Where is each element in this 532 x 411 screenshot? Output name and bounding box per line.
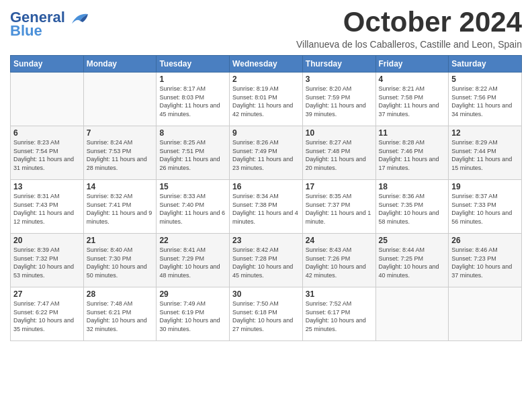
day-number: 26 bbox=[451, 236, 519, 245]
day-info: Sunrise: 8:28 AMSunset: 7:46 PMDaylight:… bbox=[379, 138, 446, 172]
day-number: 22 bbox=[159, 236, 226, 245]
calendar-cell: 16Sunrise: 8:34 AMSunset: 7:38 PMDayligh… bbox=[230, 180, 303, 234]
day-info: Sunrise: 8:44 AMSunset: 7:25 PMDaylight:… bbox=[379, 246, 446, 279]
calendar-cell: 27Sunrise: 7:47 AMSunset: 6:22 PMDayligh… bbox=[11, 287, 84, 341]
day-info: Sunrise: 7:47 AMSunset: 6:22 PMDaylight:… bbox=[13, 300, 81, 333]
calendar-header-row: Sunday Monday Tuesday Wednesday Thursday… bbox=[11, 56, 522, 73]
calendar-cell: 29Sunrise: 7:49 AMSunset: 6:19 PMDayligh… bbox=[157, 287, 230, 341]
header: General Blue October 2024 Villanueva de … bbox=[10, 7, 522, 50]
day-number: 2 bbox=[232, 75, 300, 84]
header-saturday: Saturday bbox=[449, 56, 522, 73]
calendar-cell: 7Sunrise: 8:24 AMSunset: 7:53 PMDaylight… bbox=[83, 126, 157, 180]
day-number: 6 bbox=[13, 128, 81, 138]
day-number: 5 bbox=[451, 75, 519, 84]
day-info: Sunrise: 8:17 AMSunset: 8:03 PMDaylight:… bbox=[159, 85, 226, 118]
day-info: Sunrise: 8:37 AMSunset: 7:33 PMDaylight:… bbox=[451, 192, 519, 226]
day-info: Sunrise: 8:23 AMSunset: 7:54 PMDaylight:… bbox=[13, 138, 81, 172]
calendar-cell: 19Sunrise: 8:37 AMSunset: 7:33 PMDayligh… bbox=[449, 180, 522, 234]
calendar-cell: 22Sunrise: 8:41 AMSunset: 7:29 PMDayligh… bbox=[157, 234, 230, 287]
calendar-week-2: 6Sunrise: 8:23 AMSunset: 7:54 PMDaylight… bbox=[11, 126, 522, 180]
day-number: 16 bbox=[232, 182, 300, 191]
day-number: 30 bbox=[232, 289, 300, 299]
calendar-cell: 31Sunrise: 7:52 AMSunset: 6:17 PMDayligh… bbox=[302, 287, 375, 341]
calendar-cell: 4Sunrise: 8:21 AMSunset: 7:58 PMDaylight… bbox=[375, 73, 449, 126]
header-friday: Friday bbox=[375, 56, 449, 73]
day-number: 7 bbox=[87, 128, 154, 138]
day-number: 28 bbox=[87, 289, 154, 299]
calendar-cell: 2Sunrise: 8:19 AMSunset: 8:01 PMDaylight… bbox=[230, 73, 303, 126]
day-info: Sunrise: 8:29 AMSunset: 7:44 PMDaylight:… bbox=[451, 138, 519, 172]
calendar-week-4: 20Sunrise: 8:39 AMSunset: 7:32 PMDayligh… bbox=[11, 234, 522, 287]
day-info: Sunrise: 8:25 AMSunset: 7:51 PMDaylight:… bbox=[159, 138, 226, 172]
day-info: Sunrise: 7:48 AMSunset: 6:21 PMDaylight:… bbox=[87, 300, 154, 333]
day-info: Sunrise: 8:24 AMSunset: 7:53 PMDaylight:… bbox=[87, 138, 154, 172]
calendar-cell: 1Sunrise: 8:17 AMSunset: 8:03 PMDaylight… bbox=[157, 73, 230, 126]
calendar-cell: 23Sunrise: 8:42 AMSunset: 7:28 PMDayligh… bbox=[230, 234, 303, 287]
day-info: Sunrise: 8:46 AMSunset: 7:23 PMDaylight:… bbox=[451, 246, 519, 279]
calendar-cell: 6Sunrise: 8:23 AMSunset: 7:54 PMDaylight… bbox=[11, 126, 84, 180]
calendar-cell: 5Sunrise: 8:22 AMSunset: 7:56 PMDaylight… bbox=[449, 73, 522, 126]
day-info: Sunrise: 8:35 AMSunset: 7:37 PMDaylight:… bbox=[306, 192, 373, 226]
day-info: Sunrise: 8:21 AMSunset: 7:58 PMDaylight:… bbox=[379, 85, 446, 118]
day-number: 17 bbox=[306, 182, 373, 191]
calendar-cell: 25Sunrise: 8:44 AMSunset: 7:25 PMDayligh… bbox=[375, 234, 449, 287]
day-number: 1 bbox=[159, 75, 226, 84]
calendar-cell: 14Sunrise: 8:32 AMSunset: 7:41 PMDayligh… bbox=[83, 180, 157, 234]
month-title: October 2024 bbox=[296, 7, 522, 38]
day-info: Sunrise: 7:50 AMSunset: 6:18 PMDaylight:… bbox=[232, 300, 300, 333]
day-info: Sunrise: 8:27 AMSunset: 7:48 PMDaylight:… bbox=[306, 138, 373, 172]
day-number: 24 bbox=[306, 236, 373, 245]
header-thursday: Thursday bbox=[302, 56, 375, 73]
day-info: Sunrise: 8:19 AMSunset: 8:01 PMDaylight:… bbox=[232, 85, 300, 118]
day-info: Sunrise: 7:52 AMSunset: 6:17 PMDaylight:… bbox=[306, 300, 373, 333]
day-number: 31 bbox=[306, 289, 373, 299]
day-number: 8 bbox=[159, 128, 226, 138]
day-info: Sunrise: 7:49 AMSunset: 6:19 PMDaylight:… bbox=[159, 300, 226, 333]
day-number: 14 bbox=[87, 182, 154, 191]
day-number: 27 bbox=[13, 289, 81, 299]
calendar-table: Sunday Monday Tuesday Wednesday Thursday… bbox=[10, 55, 522, 341]
title-block: October 2024 Villanueva de los Caballero… bbox=[296, 7, 522, 50]
day-info: Sunrise: 8:31 AMSunset: 7:43 PMDaylight:… bbox=[13, 192, 81, 226]
day-info: Sunrise: 8:39 AMSunset: 7:32 PMDaylight:… bbox=[13, 246, 81, 279]
calendar-cell bbox=[375, 287, 449, 341]
day-number: 20 bbox=[13, 236, 81, 245]
calendar-cell: 12Sunrise: 8:29 AMSunset: 7:44 PMDayligh… bbox=[449, 126, 522, 180]
header-wednesday: Wednesday bbox=[230, 56, 303, 73]
day-info: Sunrise: 8:36 AMSunset: 7:35 PMDaylight:… bbox=[379, 192, 446, 226]
day-info: Sunrise: 8:33 AMSunset: 7:40 PMDaylight:… bbox=[159, 192, 226, 226]
day-info: Sunrise: 8:20 AMSunset: 7:59 PMDaylight:… bbox=[306, 85, 373, 118]
calendar-week-3: 13Sunrise: 8:31 AMSunset: 7:43 PMDayligh… bbox=[11, 180, 522, 234]
calendar-cell bbox=[449, 287, 522, 341]
calendar-cell bbox=[11, 73, 84, 126]
day-number: 13 bbox=[13, 182, 81, 191]
calendar-cell: 17Sunrise: 8:35 AMSunset: 7:37 PMDayligh… bbox=[302, 180, 375, 234]
day-info: Sunrise: 8:32 AMSunset: 7:41 PMDaylight:… bbox=[87, 192, 154, 226]
header-sunday: Sunday bbox=[11, 56, 84, 73]
day-number: 25 bbox=[379, 236, 446, 245]
header-tuesday: Tuesday bbox=[157, 56, 230, 73]
day-number: 3 bbox=[306, 75, 373, 84]
calendar-cell: 8Sunrise: 8:25 AMSunset: 7:51 PMDaylight… bbox=[157, 126, 230, 180]
day-number: 10 bbox=[306, 128, 373, 138]
day-info: Sunrise: 8:34 AMSunset: 7:38 PMDaylight:… bbox=[232, 192, 300, 226]
day-number: 19 bbox=[451, 182, 519, 191]
day-info: Sunrise: 8:42 AMSunset: 7:28 PMDaylight:… bbox=[232, 246, 300, 279]
day-number: 11 bbox=[379, 128, 446, 138]
header-monday: Monday bbox=[83, 56, 157, 73]
day-number: 23 bbox=[232, 236, 300, 245]
logo-blue: Blue bbox=[10, 22, 42, 39]
calendar-cell: 18Sunrise: 8:36 AMSunset: 7:35 PMDayligh… bbox=[375, 180, 449, 234]
calendar-week-5: 27Sunrise: 7:47 AMSunset: 6:22 PMDayligh… bbox=[11, 287, 522, 341]
calendar-cell: 30Sunrise: 7:50 AMSunset: 6:18 PMDayligh… bbox=[230, 287, 303, 341]
day-info: Sunrise: 8:26 AMSunset: 7:49 PMDaylight:… bbox=[232, 138, 300, 172]
calendar-cell: 11Sunrise: 8:28 AMSunset: 7:46 PMDayligh… bbox=[375, 126, 449, 180]
calendar-cell: 15Sunrise: 8:33 AMSunset: 7:40 PMDayligh… bbox=[157, 180, 230, 234]
day-number: 21 bbox=[87, 236, 154, 245]
calendar-cell: 10Sunrise: 8:27 AMSunset: 7:48 PMDayligh… bbox=[302, 126, 375, 180]
calendar-cell: 28Sunrise: 7:48 AMSunset: 6:21 PMDayligh… bbox=[83, 287, 157, 341]
calendar-week-1: 1Sunrise: 8:17 AMSunset: 8:03 PMDaylight… bbox=[11, 73, 522, 126]
day-number: 12 bbox=[451, 128, 519, 138]
day-info: Sunrise: 8:40 AMSunset: 7:30 PMDaylight:… bbox=[87, 246, 154, 279]
calendar-cell: 24Sunrise: 8:43 AMSunset: 7:26 PMDayligh… bbox=[302, 234, 375, 287]
